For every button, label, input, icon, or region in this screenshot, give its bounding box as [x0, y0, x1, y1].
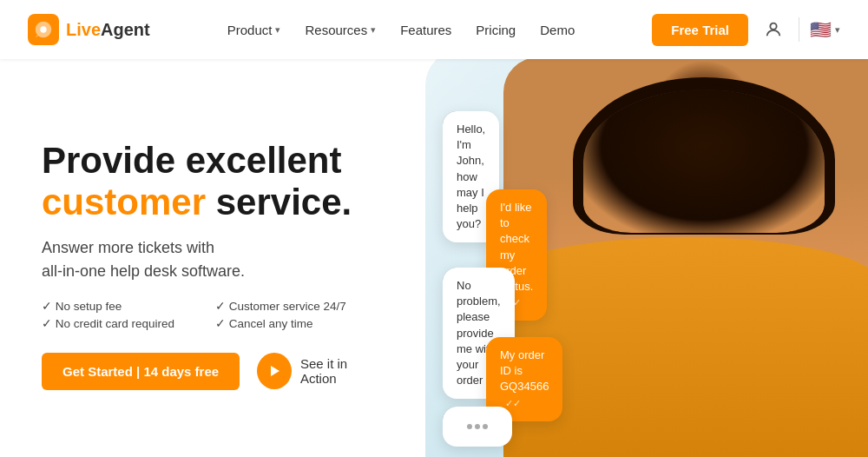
hero-content: Provide excellent customer service. Answ… — [0, 59, 417, 457]
nav-right: Free Trial 🇺🇸 ▾ — [652, 14, 840, 46]
feature-3: ✓ No credit card required — [42, 316, 208, 330]
logo[interactable]: LiveAgent — [28, 14, 150, 45]
svg-point-1 — [770, 23, 776, 30]
play-icon — [257, 353, 292, 389]
logo-icon — [28, 14, 59, 45]
get-started-button[interactable]: Get Started | 14 days free — [42, 353, 240, 390]
hero-image-area: J Hello, I'm John, how may I help you? I… — [417, 59, 868, 457]
person-body — [503, 237, 868, 457]
feature-2: ✓ Customer service 24/7 — [215, 299, 382, 313]
svg-marker-2 — [271, 366, 279, 376]
feature-1: ✓ No setup fee — [42, 299, 208, 313]
hero-features-list: ✓ No setup fee ✓ Customer service 24/7 ✓… — [42, 299, 382, 330]
nav-product[interactable]: Product ▾ — [227, 23, 281, 37]
person-face — [503, 59, 868, 457]
feature-4: ✓ Cancel any time — [215, 316, 382, 330]
logo-text: LiveAgent — [66, 20, 150, 40]
language-selector[interactable]: 🇺🇸 ▾ — [810, 19, 840, 40]
nav-resources[interactable]: Resources ▾ — [305, 23, 376, 37]
person-hair — [583, 89, 824, 234]
hero-person-image — [503, 59, 868, 457]
product-chevron-icon: ▾ — [275, 24, 280, 36]
hero-headline: Provide excellent customer service. — [42, 140, 382, 222]
free-trial-button[interactable]: Free Trial — [652, 14, 748, 46]
nav-links: Product ▾ Resources ▾ Features Pricing D… — [227, 23, 575, 37]
hero-section: Provide excellent customer service. Answ… — [0, 59, 868, 457]
user-account-icon[interactable] — [759, 15, 788, 44]
nav-features[interactable]: Features — [400, 23, 451, 37]
see-action-button[interactable]: See it in Action — [257, 353, 382, 389]
resources-chevron-icon: ▾ — [371, 24, 376, 36]
hero-buttons: Get Started | 14 days free See it in Act… — [42, 353, 382, 390]
lang-chevron-icon: ▾ — [835, 24, 840, 36]
flag-icon: 🇺🇸 — [810, 19, 832, 40]
navigation: LiveAgent Product ▾ Resources ▾ Features… — [0, 0, 868, 59]
nav-divider — [799, 17, 799, 42]
nav-pricing[interactable]: Pricing — [476, 23, 516, 37]
nav-demo[interactable]: Demo — [540, 23, 575, 37]
hero-subtext: Answer more tickets with all-in-one help… — [42, 236, 382, 283]
